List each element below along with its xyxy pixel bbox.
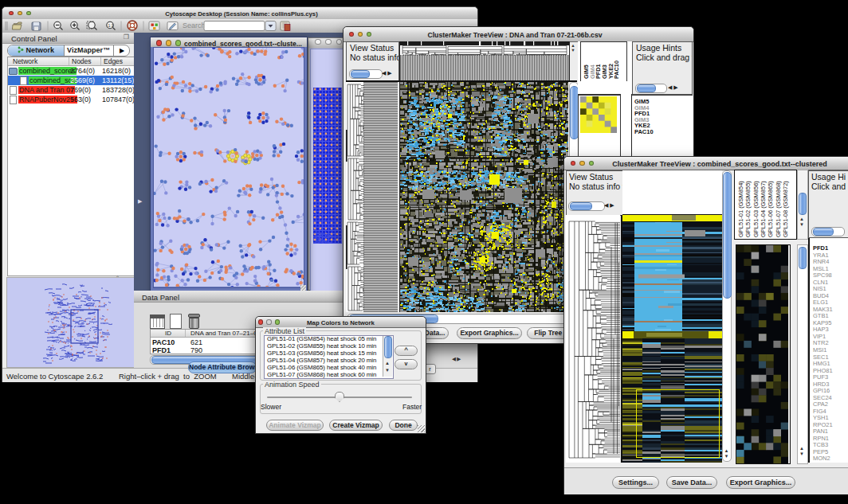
svg-text:Search:: Search: — [183, 21, 207, 29]
svg-text:1:1: 1:1 — [108, 23, 114, 28]
